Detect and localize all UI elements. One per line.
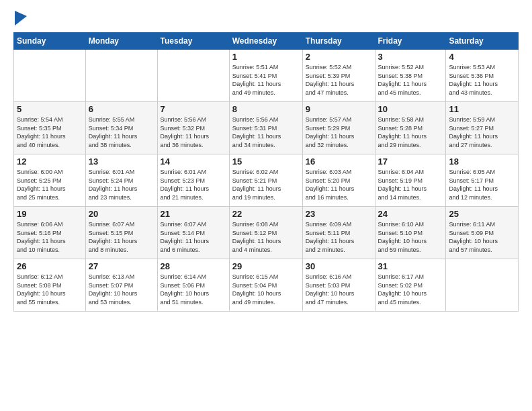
day-info: Sunrise: 5:56 AM Sunset: 5:31 PM Dayligh… bbox=[232, 116, 300, 149]
day-info: Sunrise: 5:53 AM Sunset: 5:36 PM Dayligh… bbox=[449, 63, 515, 97]
weekday-header-row: SundayMondayTuesdayWednesdayThursdayFrid… bbox=[14, 33, 519, 50]
header bbox=[13, 12, 519, 26]
day-cell: 16Sunrise: 6:03 AM Sunset: 5:20 PM Dayli… bbox=[302, 154, 375, 207]
day-info: Sunrise: 6:16 AM Sunset: 5:03 PM Dayligh… bbox=[306, 273, 372, 306]
week-row-1: 1Sunrise: 5:51 AM Sunset: 5:41 PM Daylig… bbox=[14, 50, 519, 102]
logo-icon bbox=[15, 11, 27, 26]
day-cell: 4Sunrise: 5:53 AM Sunset: 5:36 PM Daylig… bbox=[446, 50, 519, 102]
day-cell: 23Sunrise: 6:09 AM Sunset: 5:11 PM Dayli… bbox=[302, 207, 375, 259]
day-info: Sunrise: 6:07 AM Sunset: 5:15 PM Dayligh… bbox=[89, 220, 154, 254]
day-number: 15 bbox=[232, 156, 300, 167]
day-cell bbox=[85, 50, 157, 102]
day-info: Sunrise: 6:00 AM Sunset: 5:25 PM Dayligh… bbox=[17, 168, 83, 201]
day-cell: 31Sunrise: 6:17 AM Sunset: 5:02 PM Dayli… bbox=[375, 259, 446, 312]
day-cell: 30Sunrise: 6:16 AM Sunset: 5:03 PM Dayli… bbox=[302, 259, 375, 312]
day-number: 19 bbox=[17, 209, 83, 219]
day-info: Sunrise: 5:56 AM Sunset: 5:32 PM Dayligh… bbox=[161, 116, 226, 149]
day-cell: 10Sunrise: 5:58 AM Sunset: 5:28 PM Dayli… bbox=[375, 102, 446, 154]
day-cell: 11Sunrise: 5:59 AM Sunset: 5:27 PM Dayli… bbox=[446, 102, 519, 154]
day-number: 16 bbox=[306, 156, 372, 167]
day-info: Sunrise: 5:52 AM Sunset: 5:38 PM Dayligh… bbox=[378, 63, 443, 97]
day-cell: 5Sunrise: 5:54 AM Sunset: 5:35 PM Daylig… bbox=[14, 102, 86, 154]
day-number: 21 bbox=[161, 209, 226, 219]
day-number: 5 bbox=[17, 104, 83, 114]
week-row-5: 26Sunrise: 6:12 AM Sunset: 5:08 PM Dayli… bbox=[14, 259, 519, 312]
day-cell: 29Sunrise: 6:15 AM Sunset: 5:04 PM Dayli… bbox=[229, 259, 302, 312]
day-number: 2 bbox=[306, 52, 372, 62]
day-number: 12 bbox=[17, 156, 83, 167]
day-number: 6 bbox=[89, 104, 154, 114]
day-cell bbox=[446, 259, 519, 312]
day-cell: 2Sunrise: 5:52 AM Sunset: 5:39 PM Daylig… bbox=[302, 50, 375, 102]
day-number: 9 bbox=[306, 104, 372, 114]
day-cell: 12Sunrise: 6:00 AM Sunset: 5:25 PM Dayli… bbox=[14, 154, 86, 207]
day-number: 31 bbox=[378, 261, 443, 271]
day-info: Sunrise: 6:03 AM Sunset: 5:20 PM Dayligh… bbox=[306, 168, 372, 201]
day-number: 22 bbox=[232, 209, 300, 219]
day-cell: 6Sunrise: 5:55 AM Sunset: 5:34 PM Daylig… bbox=[85, 102, 157, 154]
day-number: 28 bbox=[161, 261, 226, 271]
day-info: Sunrise: 5:57 AM Sunset: 5:29 PM Dayligh… bbox=[306, 116, 372, 149]
day-info: Sunrise: 6:04 AM Sunset: 5:19 PM Dayligh… bbox=[378, 168, 443, 201]
day-info: Sunrise: 6:06 AM Sunset: 5:16 PM Dayligh… bbox=[17, 220, 83, 254]
day-cell bbox=[157, 50, 229, 102]
day-cell: 20Sunrise: 6:07 AM Sunset: 5:15 PM Dayli… bbox=[85, 207, 157, 259]
day-number: 13 bbox=[89, 156, 154, 167]
day-info: Sunrise: 6:13 AM Sunset: 5:07 PM Dayligh… bbox=[89, 273, 154, 306]
day-cell: 27Sunrise: 6:13 AM Sunset: 5:07 PM Dayli… bbox=[85, 259, 157, 312]
weekday-header-monday: Monday bbox=[85, 33, 157, 50]
day-number: 29 bbox=[232, 261, 300, 271]
day-info: Sunrise: 5:52 AM Sunset: 5:39 PM Dayligh… bbox=[306, 63, 372, 97]
day-cell: 26Sunrise: 6:12 AM Sunset: 5:08 PM Dayli… bbox=[14, 259, 86, 312]
logo bbox=[13, 12, 27, 26]
day-cell: 1Sunrise: 5:51 AM Sunset: 5:41 PM Daylig… bbox=[229, 50, 302, 102]
day-number: 14 bbox=[161, 156, 226, 167]
page: SundayMondayTuesdayWednesdayThursdayFrid… bbox=[0, 0, 532, 411]
day-info: Sunrise: 5:55 AM Sunset: 5:34 PM Dayligh… bbox=[89, 116, 154, 149]
day-number: 20 bbox=[89, 209, 154, 219]
weekday-header-thursday: Thursday bbox=[302, 33, 375, 50]
day-cell: 13Sunrise: 6:01 AM Sunset: 5:24 PM Dayli… bbox=[85, 154, 157, 207]
day-cell: 22Sunrise: 6:08 AM Sunset: 5:12 PM Dayli… bbox=[229, 207, 302, 259]
day-number: 27 bbox=[89, 261, 154, 271]
day-cell: 28Sunrise: 6:14 AM Sunset: 5:06 PM Dayli… bbox=[157, 259, 229, 312]
day-number: 10 bbox=[378, 104, 443, 114]
day-info: Sunrise: 6:15 AM Sunset: 5:04 PM Dayligh… bbox=[232, 273, 300, 306]
day-info: Sunrise: 6:09 AM Sunset: 5:11 PM Dayligh… bbox=[306, 220, 372, 254]
day-info: Sunrise: 6:02 AM Sunset: 5:21 PM Dayligh… bbox=[232, 168, 300, 201]
day-number: 1 bbox=[232, 52, 300, 62]
day-cell: 21Sunrise: 6:07 AM Sunset: 5:14 PM Dayli… bbox=[157, 207, 229, 259]
day-info: Sunrise: 5:58 AM Sunset: 5:28 PM Dayligh… bbox=[378, 116, 443, 149]
day-info: Sunrise: 5:51 AM Sunset: 5:41 PM Dayligh… bbox=[232, 63, 300, 97]
day-info: Sunrise: 6:05 AM Sunset: 5:17 PM Dayligh… bbox=[449, 168, 515, 201]
day-number: 4 bbox=[449, 52, 515, 62]
day-number: 11 bbox=[449, 104, 515, 114]
weekday-header-sunday: Sunday bbox=[14, 33, 86, 50]
day-number: 24 bbox=[378, 209, 443, 219]
day-cell: 17Sunrise: 6:04 AM Sunset: 5:19 PM Dayli… bbox=[375, 154, 446, 207]
day-number: 18 bbox=[449, 156, 515, 167]
weekday-header-wednesday: Wednesday bbox=[229, 33, 302, 50]
day-cell: 7Sunrise: 5:56 AM Sunset: 5:32 PM Daylig… bbox=[157, 102, 229, 154]
day-number: 23 bbox=[306, 209, 372, 219]
day-info: Sunrise: 5:59 AM Sunset: 5:27 PM Dayligh… bbox=[449, 116, 515, 149]
day-number: 7 bbox=[161, 104, 226, 114]
svg-marker-0 bbox=[15, 11, 27, 26]
day-cell bbox=[14, 50, 86, 102]
week-row-4: 19Sunrise: 6:06 AM Sunset: 5:16 PM Dayli… bbox=[14, 207, 519, 259]
weekday-header-saturday: Saturday bbox=[446, 33, 519, 50]
day-number: 25 bbox=[449, 209, 515, 219]
day-cell: 18Sunrise: 6:05 AM Sunset: 5:17 PM Dayli… bbox=[446, 154, 519, 207]
day-info: Sunrise: 6:11 AM Sunset: 5:09 PM Dayligh… bbox=[449, 220, 515, 254]
day-cell: 9Sunrise: 5:57 AM Sunset: 5:29 PM Daylig… bbox=[302, 102, 375, 154]
weekday-header-friday: Friday bbox=[375, 33, 446, 50]
day-cell: 3Sunrise: 5:52 AM Sunset: 5:38 PM Daylig… bbox=[375, 50, 446, 102]
day-info: Sunrise: 6:01 AM Sunset: 5:23 PM Dayligh… bbox=[161, 168, 226, 201]
day-info: Sunrise: 6:14 AM Sunset: 5:06 PM Dayligh… bbox=[161, 273, 226, 306]
day-cell: 15Sunrise: 6:02 AM Sunset: 5:21 PM Dayli… bbox=[229, 154, 302, 207]
day-number: 26 bbox=[17, 261, 83, 271]
week-row-2: 5Sunrise: 5:54 AM Sunset: 5:35 PM Daylig… bbox=[14, 102, 519, 154]
day-number: 30 bbox=[306, 261, 372, 271]
day-number: 8 bbox=[232, 104, 300, 114]
day-number: 17 bbox=[378, 156, 443, 167]
